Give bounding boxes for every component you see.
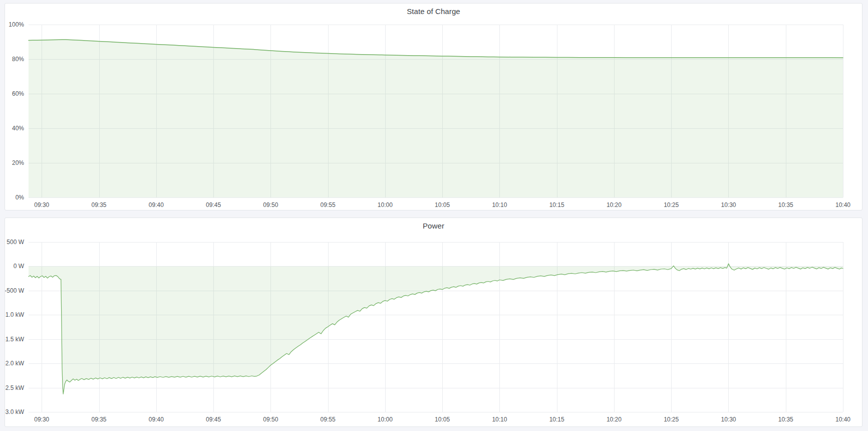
y-tick-label: -1.5 kW (5, 336, 25, 343)
y-tick-label: 0% (16, 194, 25, 201)
x-tick-label: 10:25 (664, 201, 679, 208)
x-tick-label: 09:45 (206, 416, 221, 423)
y-tick-label: -1.0 kW (5, 311, 25, 318)
x-tick-label: 09:30 (34, 416, 49, 423)
x-tick-label: 10:15 (549, 201, 564, 208)
y-tick-label: 80% (12, 56, 24, 63)
x-tick-label: 10:15 (549, 416, 564, 423)
dashboard: { "page": { "background": "#f4f5f9", "pa… (0, 0, 868, 431)
x-tick-label: 09:35 (92, 201, 107, 208)
x-tick-label: 10:30 (721, 416, 736, 423)
x-tick-label: 09:55 (321, 416, 336, 423)
state-of-charge-panel: State of Charge 100%80%60%40%20%0%09:300… (5, 3, 862, 210)
y-tick-label: 500 W (7, 239, 24, 246)
x-tick-label: 09:40 (149, 416, 164, 423)
x-tick-label: 10:35 (778, 201, 793, 208)
power-chart[interactable]: 500 W0 W-500 W-1.0 kW-1.5 kW-2.0 kW-2.5 … (5, 233, 862, 426)
y-tick-label: -2.5 kW (5, 384, 25, 391)
x-tick-label: 10:10 (492, 201, 507, 208)
series-area (29, 264, 843, 394)
x-tick-label: 10:40 (835, 416, 850, 423)
x-tick-label: 10:05 (435, 416, 450, 423)
x-tick-label: 10:05 (435, 201, 450, 208)
y-tick-label: 100% (9, 21, 24, 28)
y-tick-label: -2.0 kW (5, 360, 25, 367)
x-tick-label: 09:50 (263, 201, 278, 208)
x-tick-label: 10:20 (607, 201, 622, 208)
y-tick-label: 0 W (14, 263, 25, 270)
x-tick-label: 09:50 (263, 416, 278, 423)
x-tick-label: 09:40 (149, 201, 164, 208)
power-panel: Power 500 W0 W-500 W-1.0 kW-1.5 kW-2.0 k… (5, 218, 862, 427)
series-area (29, 40, 843, 197)
x-tick-label: 10:25 (664, 416, 679, 423)
x-tick-label: 10:30 (721, 201, 736, 208)
x-tick-label: 09:35 (92, 416, 107, 423)
state-of-charge-chart[interactable]: 100%80%60%40%20%0%09:3009:3509:4009:4509… (5, 19, 862, 210)
y-tick-label: -3.0 kW (5, 408, 25, 415)
y-tick-label: 20% (12, 159, 24, 166)
x-tick-label: 10:00 (378, 416, 393, 423)
panel-header: State of Charge (5, 4, 862, 19)
x-tick-label: 09:45 (206, 201, 221, 208)
panel-header: Power (5, 218, 862, 233)
x-tick-label: 09:30 (34, 201, 49, 208)
x-tick-label: 10:20 (607, 416, 622, 423)
x-tick-label: 10:40 (835, 201, 850, 208)
x-tick-label: 09:55 (321, 201, 336, 208)
panel-title-state-of-charge[interactable]: State of Charge (407, 7, 460, 16)
y-tick-label: 60% (12, 90, 24, 97)
x-tick-label: 10:10 (492, 416, 507, 423)
y-tick-label: 40% (12, 125, 24, 132)
y-tick-label: -500 W (5, 287, 25, 294)
panel-title-power[interactable]: Power (423, 222, 444, 230)
x-tick-label: 10:35 (778, 416, 793, 423)
x-tick-label: 10:00 (378, 201, 393, 208)
